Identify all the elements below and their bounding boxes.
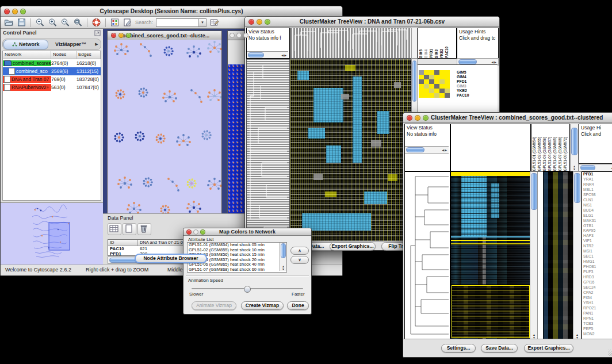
scroll-arrows[interactable]: ▲▼ (280, 265, 286, 271)
row-label[interactable]: GIM5 (457, 70, 469, 75)
column-label[interactable]: GPL51-08 (GSM872) (563, 137, 568, 171)
gene-label[interactable]: MAK31 (583, 219, 612, 224)
export-graphics-button[interactable]: Export Graphics... (330, 242, 376, 251)
scrollbar-thumb[interactable] (406, 147, 424, 152)
gene-label[interactable]: TCB3 (583, 321, 612, 327)
treeview2-top-vscrollbar[interactable]: ▲▼ (570, 124, 579, 171)
close-button[interactable] (111, 33, 116, 38)
col-nodes[interactable]: Nodes (51, 51, 76, 59)
save-icon[interactable] (17, 18, 26, 27)
scrollbar-thumb[interactable] (580, 165, 595, 170)
zoom-panel-vscrollbar[interactable]: ▲▼ (573, 171, 582, 340)
gene-label[interactable]: MON2 (583, 332, 612, 337)
scroll-arrows[interactable]: ◀▶ (491, 60, 498, 64)
scroll-arrows[interactable]: ◀▶ (281, 53, 288, 57)
zoom-fit-icon[interactable] (73, 18, 83, 27)
column-label[interactable]: GPL51-03 (GSM856) (542, 137, 547, 171)
gene-label[interactable]: VIP1 (583, 239, 612, 244)
animation-speed-slider[interactable] (192, 286, 303, 292)
zoom-button[interactable] (200, 229, 205, 235)
gene-label[interactable]: ELG1 (583, 213, 612, 219)
network-row-combined-scores[interactable]: combined_scores 2764(0) 16218(0) (3, 59, 101, 67)
gene-label[interactable]: KAP95 (583, 228, 612, 233)
gene-label[interactable]: FIG4 (583, 296, 612, 301)
animate-vizmap-button[interactable]: Animate Vizmap (192, 301, 236, 310)
attribute-list-vscrollbar[interactable]: ▲▼ (280, 243, 286, 271)
tab-vizmapper[interactable]: VizMapper™ (49, 40, 93, 49)
export-graphics-button[interactable]: Export Graphics... (524, 344, 573, 352)
treeview2-row-dendrogram[interactable] (404, 171, 450, 340)
annotation-icon[interactable] (123, 18, 132, 27)
row-label[interactable]: PAC10 (457, 93, 469, 98)
id-column-header[interactable]: ID (108, 240, 138, 246)
zoom-button[interactable] (243, 33, 248, 38)
scrollbar-thumb[interactable] (281, 243, 286, 258)
gene-label[interactable]: NIS1 (583, 203, 612, 208)
help-lifering-icon[interactable] (91, 18, 101, 27)
minimize-button[interactable] (12, 9, 18, 14)
treeview1-row-dendrogram[interactable] (246, 59, 290, 242)
attribute-select-button[interactable] (108, 223, 121, 235)
gene-label[interactable]: MSI1 (583, 249, 612, 254)
col-edges[interactable]: Edges (76, 51, 101, 59)
scrollbar-thumb[interactable] (248, 52, 264, 58)
create-vizmap-button[interactable]: Create Vizmap (241, 301, 284, 310)
gene-label[interactable]: PHO81 (583, 265, 612, 270)
overview-viewport-rect[interactable] (49, 223, 70, 250)
close-button[interactable] (4, 9, 10, 14)
minimize-button[interactable] (118, 33, 124, 38)
save-data-button[interactable]: Save Data... (481, 344, 518, 352)
gene-label[interactable]: HMG1 (583, 259, 612, 265)
dialog-title-bar[interactable]: Map Colors to Network (183, 228, 311, 236)
tab-network[interactable]: Network (3, 40, 48, 49)
move-down-button[interactable]: ∨ (290, 256, 309, 264)
treeview2-zoom-heatmap[interactable] (543, 171, 574, 340)
column-label[interactable]: GIM4 (423, 49, 429, 58)
gene-label[interactable]: GPI16 (583, 280, 612, 285)
gene-label[interactable]: MSL1 (583, 187, 612, 193)
scrollbar-thumb[interactable] (574, 173, 580, 203)
treeview1-title-bar[interactable]: ClusterMaker TreeView : DNA and Tran 07-… (245, 17, 499, 27)
move-up-button[interactable]: ∧ (290, 247, 309, 255)
row-label[interactable]: YKE2 (457, 89, 469, 93)
gene-label[interactable]: CLN1 (583, 198, 612, 203)
gene-label[interactable]: PUF3 (583, 270, 612, 275)
gene-label[interactable]: HAP3 (583, 233, 612, 239)
network-canvas[interactable] (108, 40, 221, 213)
column-label[interactable]: GPL51-04 (GSM857) (547, 137, 552, 171)
view-status-hscrollbar[interactable]: ◀▶ (405, 146, 449, 154)
column-label[interactable]: PAC10 (444, 47, 449, 58)
treeview2-title-bar[interactable]: ClusterMaker TreeView : combined_scores_… (403, 113, 612, 123)
treeview2-heatmap[interactable] (450, 171, 531, 340)
zoom-out-icon[interactable] (35, 18, 45, 27)
table-edit-icon[interactable] (209, 18, 219, 27)
column-label[interactable]: PFD1 (429, 49, 434, 58)
scroll-arrows[interactable]: ▲▼ (571, 165, 578, 171)
minimize-button[interactable] (193, 229, 198, 235)
network-row-dna-tran[interactable]: DNA and Tran 07 769(0) 183728(0) (3, 75, 101, 83)
network-view-title-bar[interactable]: combined_scores_good.txt--cluste... (108, 31, 221, 40)
gene-label[interactable]: GTB1 (583, 224, 612, 229)
zoom-button[interactable] (265, 19, 270, 25)
done-button[interactable]: Done (287, 301, 309, 310)
gene-label[interactable]: NTR2 (583, 244, 612, 249)
column-label[interactable]: GPL51-06 (GSM865) (552, 137, 557, 171)
float-panel-icon[interactable] (94, 30, 101, 36)
column-label[interactable]: GPL51-02 (GSM855) (537, 137, 542, 171)
gene-label[interactable]: SEC24 (583, 285, 612, 290)
zoom-selected-icon[interactable] (60, 18, 70, 27)
open-file-icon[interactable] (4, 18, 14, 27)
gene-label[interactable]: SPC98 (583, 193, 612, 198)
close-button[interactable] (230, 33, 235, 38)
gene-label[interactable]: SEC1 (583, 254, 612, 259)
network-row-rnapuber[interactable]: RNAPuberNov2+ 563(0) 107847(0) (3, 83, 101, 91)
row-label[interactable]: GIM3 (457, 84, 469, 89)
treeview1-column-dendrogram[interactable] (290, 28, 412, 59)
column-label[interactable]: YKE2 (439, 49, 444, 58)
scrollbar-thumb[interactable] (458, 59, 477, 64)
column-label[interactable]: GPL51-01 (GSM854) (531, 137, 537, 171)
row-label[interactable]: PFD1 (457, 79, 469, 84)
gene-label[interactable]: YRA1 (583, 177, 612, 182)
network-view-window[interactable]: combined_scores_good.txt--cluste... (107, 30, 222, 213)
gene-label[interactable]: PFD1 (583, 172, 612, 177)
